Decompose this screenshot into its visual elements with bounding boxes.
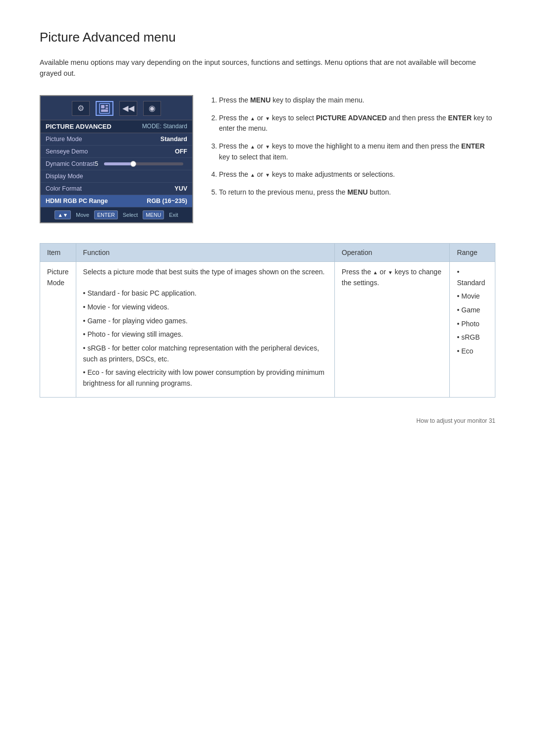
osd-label-display-mode: Display Mode bbox=[46, 173, 83, 180]
osd-slider-fill bbox=[104, 162, 132, 165]
osd-icon-system[interactable]: ◉ bbox=[143, 101, 161, 116]
function-table: Item Function Operation Range Picture Mo… bbox=[40, 243, 495, 398]
osd-row-display-mode: Display Mode bbox=[41, 170, 192, 183]
osd-label-hdmi-rgb: HDMI RGB PC Range bbox=[46, 198, 108, 204]
function-intro: Selects a picture mode that best suits t… bbox=[83, 267, 327, 278]
svg-rect-4 bbox=[101, 109, 108, 112]
tri-up-icon-3 bbox=[250, 142, 255, 150]
range-srgb: sRGB bbox=[457, 332, 488, 343]
intro-paragraph: Available menu options may vary dependin… bbox=[40, 57, 495, 79]
osd-value-color-format: YUV bbox=[174, 185, 187, 192]
step-1-key: MENU bbox=[250, 96, 270, 104]
col-header-operation: Operation bbox=[334, 243, 450, 261]
step-3-key: ENTER bbox=[461, 142, 484, 150]
table-header-row: Item Function Operation Range bbox=[40, 243, 495, 261]
function-bullets: Standard - for basic PC application. Mov… bbox=[83, 288, 327, 389]
osd-row-hdmi-rgb: HDMI RGB PC Range RGB (16~235) bbox=[41, 195, 192, 207]
step-2-menu: PICTURE ADVANCED bbox=[316, 114, 387, 122]
tri-up-icon-4 bbox=[250, 170, 255, 178]
osd-panel: ⚙ ◀◀ ◉ PICTURE ADVANCED MODE: Standard P… bbox=[40, 95, 193, 223]
bullet-game: Game - for playing video games. bbox=[83, 316, 327, 327]
bullet-standard: Standard - for basic PC application. bbox=[83, 288, 327, 299]
tri-down-icon-op bbox=[388, 268, 393, 276]
range-photo: Photo bbox=[457, 319, 488, 330]
osd-slider-thumb bbox=[130, 161, 136, 167]
osd-icon-picture[interactable]: ⚙ bbox=[72, 101, 90, 116]
osd-move-btn[interactable]: ▲▼ bbox=[54, 210, 71, 219]
cell-operation: Press the or keys to change the settings… bbox=[334, 261, 450, 397]
osd-move-label: Move bbox=[76, 212, 89, 218]
osd-header-mode: MODE: Standard bbox=[142, 123, 187, 130]
osd-value-hdmi-rgb: RGB (16~235) bbox=[147, 198, 187, 204]
range-eco: Eco bbox=[457, 346, 488, 357]
page-title: Picture Advanced menu bbox=[40, 30, 495, 45]
osd-row-color-format: Color Format YUV bbox=[41, 183, 192, 195]
content-area: ⚙ ◀◀ ◉ PICTURE ADVANCED MODE: Standard P… bbox=[40, 95, 495, 223]
step-2-key: ENTER bbox=[448, 114, 472, 122]
range-standard: Standard bbox=[457, 267, 488, 288]
cell-range: Standard Movie Game Photo sRGB Eco bbox=[450, 261, 495, 397]
bullet-movie: Movie - for viewing videos. bbox=[83, 302, 327, 313]
range-game: Game bbox=[457, 305, 488, 316]
bullet-srgb: sRGB - for better color matching represe… bbox=[83, 343, 327, 364]
tri-down-icon-2 bbox=[265, 114, 270, 122]
osd-select-label: Select bbox=[123, 212, 138, 218]
osd-icons-row: ⚙ ◀◀ ◉ bbox=[41, 96, 192, 120]
bullet-eco: Eco - for saving electricity with low po… bbox=[83, 367, 327, 389]
osd-label-color-format: Color Format bbox=[46, 185, 82, 192]
tri-up-icon-op bbox=[373, 268, 378, 276]
osd-icon-picture-advanced[interactable] bbox=[96, 101, 113, 116]
osd-value-senseye: OFF bbox=[175, 148, 187, 155]
col-header-function: Function bbox=[76, 243, 334, 261]
osd-enter-btn[interactable]: ENTER bbox=[94, 210, 118, 219]
osd-label-picture-mode: Picture Mode bbox=[46, 136, 82, 143]
osd-label-dynamic-contrast: Dynamic Contrast bbox=[46, 160, 95, 167]
table-row: Picture Mode Selects a picture mode that… bbox=[40, 261, 495, 397]
page-footer: How to adjust your monitor 31 bbox=[40, 417, 495, 424]
svg-rect-3 bbox=[106, 107, 108, 109]
svg-rect-2 bbox=[106, 105, 108, 106]
osd-header-title: PICTURE ADVANCED bbox=[46, 123, 111, 130]
col-header-item: Item bbox=[40, 243, 76, 261]
steps-column: Press the MENU key to display the main m… bbox=[209, 95, 495, 205]
bullet-photo: Photo - for viewing still images. bbox=[83, 329, 327, 340]
step-4: Press the or keys to make adjustments or… bbox=[219, 169, 495, 180]
cell-function: Selects a picture mode that best suits t… bbox=[76, 261, 334, 397]
osd-row-picture-mode: Picture Mode Standard bbox=[41, 133, 192, 146]
col-header-range: Range bbox=[450, 243, 495, 261]
step-3: Press the or keys to move the highlight … bbox=[219, 141, 495, 162]
osd-value-picture-mode: Standard bbox=[160, 136, 187, 143]
range-bullets: Standard Movie Game Photo sRGB Eco bbox=[457, 267, 488, 357]
step-5-key: MENU bbox=[347, 188, 368, 196]
step-2: Press the or keys to select PICTURE ADVA… bbox=[219, 113, 495, 134]
osd-header: PICTURE ADVANCED MODE: Standard bbox=[41, 120, 192, 133]
osd-icon-audio[interactable]: ◀◀ bbox=[119, 101, 137, 116]
tri-down-icon-3 bbox=[265, 142, 270, 150]
svg-rect-1 bbox=[101, 105, 105, 108]
step-1: Press the MENU key to display the main m… bbox=[219, 95, 495, 106]
tri-down-icon-4 bbox=[265, 170, 270, 178]
osd-label-senseye: Senseye Demo bbox=[46, 148, 88, 155]
step-5: To return to the previous menu, press th… bbox=[219, 187, 495, 198]
osd-slider-track[interactable] bbox=[104, 162, 183, 165]
osd-row-senseye: Senseye Demo OFF bbox=[41, 146, 192, 158]
osd-exit-label: Exit bbox=[169, 212, 178, 218]
steps-list: Press the MENU key to display the main m… bbox=[209, 95, 495, 198]
osd-row-dynamic-contrast: Dynamic Contrast 5 bbox=[41, 158, 192, 170]
range-movie: Movie bbox=[457, 291, 488, 302]
cell-item: Picture Mode bbox=[40, 261, 76, 397]
osd-menu-btn[interactable]: MENU bbox=[143, 210, 164, 219]
tri-up-icon-2 bbox=[250, 114, 255, 122]
osd-footer: ▲▼ Move ENTER Select MENU Exit bbox=[41, 207, 192, 222]
